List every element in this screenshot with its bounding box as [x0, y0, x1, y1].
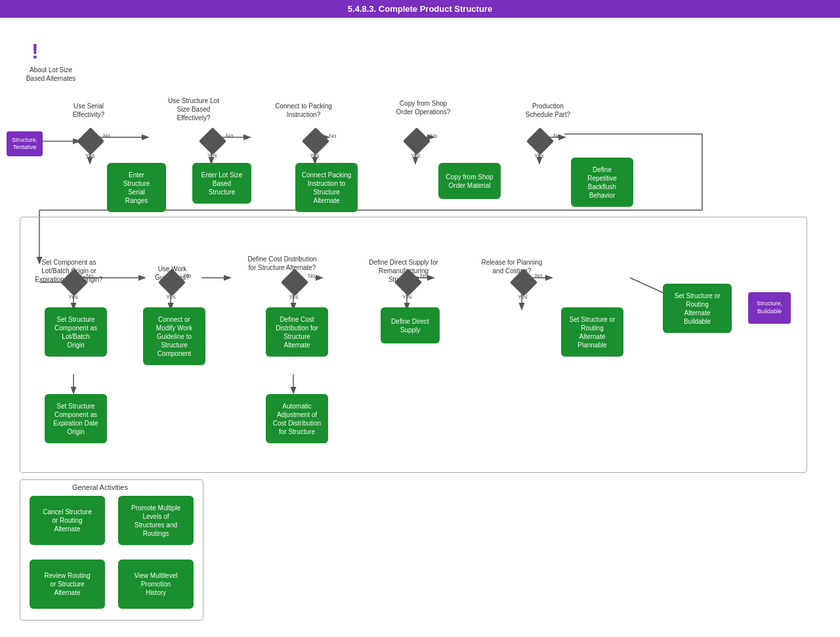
activity-define-direct-supply[interactable]: Define Direct Supply: [381, 307, 440, 343]
activity-set-buildable[interactable]: Set Structure or Routing Alternate Build…: [663, 284, 732, 333]
main-content: 5.4.8.3. Complete Product Structure: [0, 0, 840, 637]
activity-set-expiration[interactable]: Set Structure Component as Expiration Da…: [45, 394, 107, 443]
q1-yes-label: Yes: [85, 152, 95, 159]
activity-enter-lot-size[interactable]: Enter Lot Size Based Structure: [192, 163, 251, 204]
q8-no-label: No: [308, 273, 316, 279]
q2-diamond: [199, 127, 226, 155]
q9-yes-label: Yes: [402, 294, 412, 300]
q4-diamond: [403, 127, 430, 155]
q7-no-label: No: [184, 273, 192, 279]
q2-yes-label: Yes: [207, 152, 217, 159]
q6-no-label: No: [86, 273, 94, 279]
q5-diamond: [526, 127, 554, 155]
q5-no-label: No: [553, 133, 561, 139]
activity-connect-packing[interactable]: Connect Packing Instruction to Structure…: [295, 163, 358, 212]
activity-view-multilevel[interactable]: View Multilevel Promotion History: [118, 560, 194, 609]
activity-auto-cost-dist[interactable]: Automatic Adjustment of Cost Distributio…: [266, 394, 328, 443]
q8-label: Define Cost Distribution for Structure A…: [246, 255, 318, 272]
q10-yes-label: Yes: [518, 294, 528, 300]
q10-no-label: No: [535, 273, 543, 279]
q2-label: Use Structure Lot Size Based Effectively…: [161, 97, 226, 122]
q3-yes-label: Yes: [310, 152, 320, 159]
q2-no-label: No: [226, 133, 234, 139]
q1-no-label: No: [103, 133, 111, 139]
q6-yes-label: Yes: [68, 294, 78, 300]
q9-no-label: No: [420, 273, 428, 279]
activity-review-routing[interactable]: Review Routing or Structure Alternate: [30, 560, 105, 609]
title-bar: 5.4.8.3. Complete Product Structure: [0, 0, 840, 18]
activity-enter-structure-serial[interactable]: Enter Structure Serial Ranges: [107, 163, 166, 212]
end-node: Structure, Buildable: [748, 292, 791, 324]
q5-label: Production Schedule Part?: [518, 102, 578, 119]
q3-diamond: [302, 127, 329, 155]
activity-define-repetitive[interactable]: Define Repetitive Backflush Behavior: [571, 158, 633, 207]
q4-yes-label: Yes: [411, 152, 421, 159]
warning-icon: !: [32, 39, 39, 64]
activity-cancel-structure[interactable]: Cancel Structure or Routing Alternate: [30, 496, 105, 545]
activity-set-lot-batch[interactable]: Set Structure Component as Lot/Batch Ori…: [45, 307, 107, 357]
q5-yes-label: Yes: [534, 152, 544, 159]
activity-define-cost-dist[interactable]: Define Cost Distribution for Structure A…: [266, 307, 328, 357]
activity-promote-multiple[interactable]: Promote Multiple Levels of Structures an…: [118, 496, 194, 545]
about-note-label: About Lot Size Based Alternates: [23, 66, 79, 83]
q3-no-label: No: [329, 133, 337, 139]
activity-connect-work-guideline[interactable]: Connect or Modify Work Guideline to Stru…: [143, 307, 205, 365]
page-title: 5.4.8.3. Complete Product Structure: [348, 4, 492, 14]
q7-yes-label: Yes: [166, 294, 176, 300]
activity-set-plannable[interactable]: Set Structure or Routing Alternate Plann…: [561, 307, 623, 357]
q1-label: Use Serial Effectivity?: [62, 102, 115, 119]
general-activities-title: General Activities: [72, 483, 128, 491]
activity-copy-shop-order[interactable]: Copy from Shop Order Material: [438, 163, 501, 199]
middle-section-border: [20, 217, 807, 473]
q8-yes-label: Yes: [289, 294, 299, 300]
q3-label: Connect to Packing Instruction?: [272, 102, 335, 119]
q1-diamond: [77, 127, 104, 155]
start-node: Structure, Tentative: [7, 131, 43, 156]
q4-no-label: No: [430, 133, 438, 139]
q4-label: Copy from Shop Order Operations?: [394, 99, 453, 116]
